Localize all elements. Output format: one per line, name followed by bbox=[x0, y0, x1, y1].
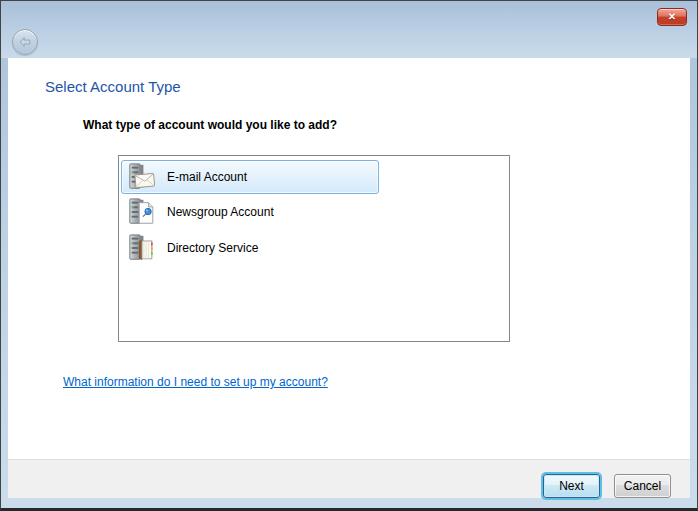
wizard-page: Select Account Type What type of account… bbox=[8, 58, 690, 459]
account-type-list[interactable]: E-mail Account Newsgroup Ac bbox=[118, 155, 510, 342]
newsgroup-account-icon bbox=[127, 197, 157, 227]
next-button[interactable]: Next bbox=[543, 474, 600, 498]
titlebar: ✕ bbox=[1, 1, 697, 58]
page-title: Select Account Type bbox=[45, 78, 181, 95]
footer-bar: Next Cancel bbox=[8, 459, 690, 498]
list-item-newsgroup-account[interactable]: Newsgroup Account bbox=[121, 194, 509, 230]
back-button[interactable] bbox=[12, 29, 38, 55]
close-icon: ✕ bbox=[668, 11, 676, 22]
email-account-icon bbox=[127, 162, 157, 192]
list-item-label: Newsgroup Account bbox=[167, 205, 274, 219]
cancel-button[interactable]: Cancel bbox=[614, 474, 671, 498]
back-arrow-icon bbox=[18, 35, 32, 49]
wizard-window: ✕ Select Account Type What type of accou… bbox=[0, 0, 698, 511]
close-button[interactable]: ✕ bbox=[657, 8, 687, 26]
list-item-email-account[interactable]: E-mail Account bbox=[121, 160, 379, 194]
directory-service-icon bbox=[127, 233, 157, 263]
question-label: What type of account would you like to a… bbox=[83, 118, 337, 132]
list-item-label: E-mail Account bbox=[167, 170, 247, 184]
list-item-label: Directory Service bbox=[167, 241, 258, 255]
help-link[interactable]: What information do I need to set up my … bbox=[63, 375, 328, 389]
list-item-directory-service[interactable]: Directory Service bbox=[121, 230, 509, 266]
